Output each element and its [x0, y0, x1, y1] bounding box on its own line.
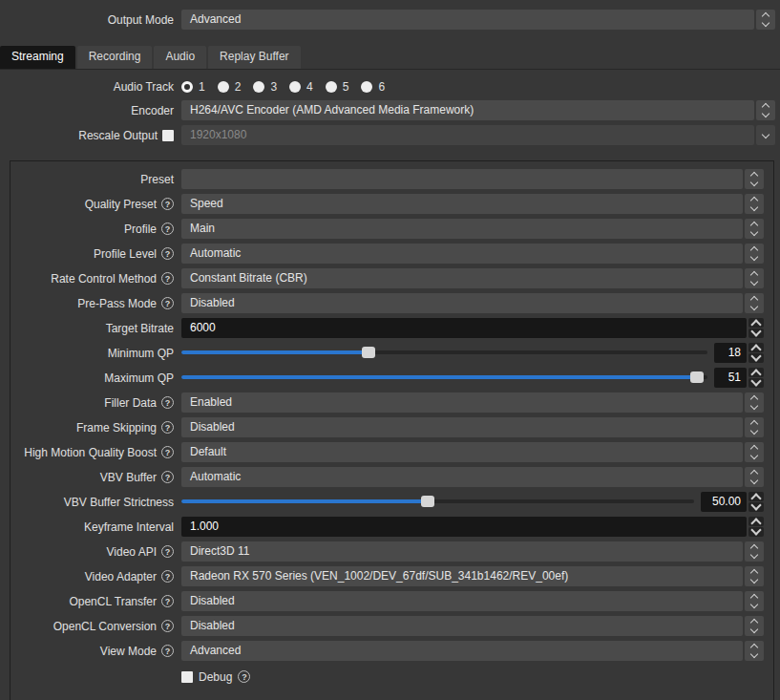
- pre-pass-mode-value[interactable]: Disabled: [181, 293, 743, 313]
- filler-data-select[interactable]: Enabled: [181, 392, 764, 413]
- debug-checkbox[interactable]: [181, 671, 193, 683]
- radio-icon[interactable]: [361, 81, 372, 93]
- audio-track-option-1[interactable]: 1: [181, 80, 205, 94]
- vbv-buffer-dropdown-button[interactable]: [745, 467, 764, 487]
- preset-value[interactable]: [181, 169, 743, 189]
- audio-track-option-3[interactable]: 3: [253, 80, 277, 94]
- high-motion-quality-boost-value[interactable]: Default: [181, 442, 743, 462]
- high-motion-quality-boost-dropdown-button[interactable]: [745, 442, 764, 462]
- radio-icon[interactable]: [181, 81, 193, 93]
- chevron-down-icon: [750, 551, 758, 559]
- opencl-transfer-dropdown-button[interactable]: [745, 591, 764, 611]
- video-api-label: Video API?: [11, 545, 181, 559]
- profile-select[interactable]: Main: [181, 219, 764, 239]
- opencl-transfer-select[interactable]: Disabled: [181, 591, 764, 611]
- video-adapter-dropdown-button[interactable]: [745, 566, 764, 586]
- radio-icon[interactable]: [253, 81, 264, 93]
- filler-data-value[interactable]: Enabled: [181, 392, 743, 413]
- rescale-output-checkbox[interactable]: [162, 130, 174, 141]
- vbv-buffer-strictness-slider[interactable]: [181, 492, 694, 512]
- help-icon: ?: [161, 272, 174, 285]
- quality-preset-dropdown-button[interactable]: [745, 194, 764, 214]
- pre-pass-mode-select[interactable]: Disabled: [181, 293, 764, 313]
- quality-preset-select[interactable]: Speed: [181, 194, 764, 214]
- output-mode-value[interactable]: Advanced: [181, 10, 754, 30]
- profile-level-dropdown-button[interactable]: [745, 244, 764, 264]
- keyframe-interval-input[interactable]: 1.000: [181, 517, 747, 537]
- tab-audio[interactable]: Audio: [154, 46, 206, 69]
- filler-data-label-text: Filler Data: [104, 396, 157, 410]
- quality-preset-value[interactable]: Speed: [181, 194, 743, 214]
- encoder-select[interactable]: H264/AVC Encoder (AMD Advanced Media Fra…: [181, 100, 775, 120]
- row-maximum-qp: Maximum QP 51: [11, 368, 773, 388]
- radio-icon[interactable]: [326, 81, 337, 93]
- tab-replay-buffer[interactable]: Replay Buffer: [208, 46, 301, 69]
- output-mode-dropdown-button[interactable]: [756, 10, 775, 30]
- profile-level-select[interactable]: Automatic: [181, 244, 764, 264]
- video-adapter-select[interactable]: Radeon RX 570 Series (VEN_1002/DEV_67df/…: [181, 566, 764, 586]
- video-adapter-value[interactable]: Radeon RX 570 Series (VEN_1002/DEV_67df/…: [181, 566, 743, 586]
- opencl-conversion-dropdown-button[interactable]: [745, 616, 764, 636]
- audio-track-option-5[interactable]: 5: [326, 80, 349, 94]
- rate-control-method-value[interactable]: Constant Bitrate (CBR): [181, 268, 743, 288]
- encoder-value[interactable]: H264/AVC Encoder (AMD Advanced Media Fra…: [181, 100, 754, 120]
- preset-select[interactable]: [181, 169, 764, 189]
- vbv-buffer-label-text: VBV Buffer: [100, 471, 157, 484]
- maximum-qp-value[interactable]: 51: [714, 368, 747, 388]
- opencl-conversion-select[interactable]: Disabled: [181, 616, 764, 636]
- output-mode-select[interactable]: Advanced: [181, 10, 775, 30]
- encoder-dropdown-button[interactable]: [756, 100, 775, 120]
- high-motion-quality-boost-select[interactable]: Default: [181, 442, 764, 462]
- slider-handle[interactable]: [690, 371, 704, 383]
- spin-down-button[interactable]: [748, 527, 764, 537]
- spin-down-button[interactable]: [748, 502, 764, 512]
- pre-pass-mode-dropdown-button[interactable]: [745, 293, 764, 313]
- opencl-transfer-value[interactable]: Disabled: [181, 591, 743, 611]
- spin-down-button[interactable]: [748, 353, 764, 363]
- filler-data-dropdown-button[interactable]: [745, 392, 764, 413]
- audio-track-option-2[interactable]: 2: [218, 80, 242, 94]
- video-api-dropdown-button[interactable]: [745, 541, 764, 562]
- radio-icon[interactable]: [289, 81, 301, 93]
- minimum-qp-value[interactable]: 18: [714, 343, 747, 363]
- spin-down-button[interactable]: [748, 329, 764, 338]
- opencl-conversion-value[interactable]: Disabled: [181, 616, 743, 636]
- chevron-down-icon: [762, 19, 769, 27]
- video-api-value[interactable]: Direct3D 11: [181, 541, 743, 562]
- maximum-qp-slider[interactable]: [181, 368, 707, 388]
- row-profile: Profile? Main: [11, 219, 773, 239]
- view-mode-dropdown-button[interactable]: [745, 641, 764, 661]
- frame-skipping-select[interactable]: Disabled: [181, 417, 764, 437]
- tab-streaming[interactable]: Streaming: [0, 46, 75, 69]
- tab-recording[interactable]: Recording: [77, 46, 153, 69]
- radio-icon[interactable]: [218, 81, 229, 93]
- vbv-buffer-value[interactable]: Automatic: [181, 467, 743, 487]
- view-mode-select[interactable]: Advanced: [181, 641, 764, 661]
- rate-control-method-dropdown-button[interactable]: [745, 268, 764, 288]
- rescale-dropdown-button[interactable]: [756, 125, 775, 145]
- target-bitrate-input[interactable]: 6000: [181, 318, 747, 338]
- audio-track-option-6[interactable]: 6: [361, 80, 385, 94]
- preset-dropdown-button[interactable]: [745, 169, 764, 189]
- vbv-buffer-strictness-value[interactable]: 50.00: [701, 492, 747, 512]
- profile-value[interactable]: Main: [181, 219, 743, 239]
- vbv-buffer-select[interactable]: Automatic: [181, 467, 764, 487]
- opencl-conversion-label-text: OpenCL Conversion: [53, 620, 157, 633]
- slider-handle[interactable]: [362, 347, 375, 358]
- audio-track-option-4[interactable]: 4: [289, 80, 313, 94]
- radio-label: 5: [343, 80, 349, 94]
- rescale-resolution-value[interactable]: 1920x1080: [181, 125, 754, 145]
- rescale-resolution-select[interactable]: 1920x1080: [181, 125, 775, 145]
- profile-label: Profile?: [11, 223, 181, 236]
- frame-skipping-dropdown-button[interactable]: [745, 417, 764, 437]
- view-mode-value[interactable]: Advanced: [181, 641, 743, 661]
- rate-control-method-select[interactable]: Constant Bitrate (CBR): [181, 268, 764, 288]
- minimum-qp-label: Minimum QP: [11, 347, 181, 360]
- profile-level-value[interactable]: Automatic: [181, 244, 743, 264]
- video-api-select[interactable]: Direct3D 11: [181, 541, 764, 562]
- spin-down-button[interactable]: [748, 378, 764, 388]
- slider-handle[interactable]: [421, 496, 434, 507]
- profile-dropdown-button[interactable]: [745, 219, 764, 239]
- minimum-qp-slider[interactable]: [181, 343, 707, 363]
- frame-skipping-value[interactable]: Disabled: [181, 417, 743, 437]
